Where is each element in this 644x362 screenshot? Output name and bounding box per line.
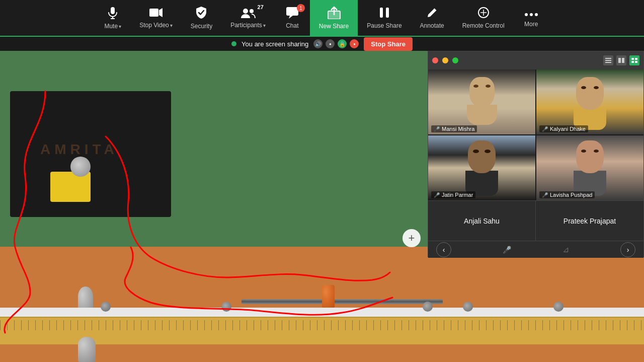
share-dot [231, 41, 236, 46]
annotate-icon [426, 7, 438, 20]
svg-rect-27 [631, 61, 634, 63]
name-jatin: 🎤 Jatin Parmar [431, 191, 475, 198]
mute-arrow: ▾ [119, 24, 121, 29]
name-kalyani: 🎤 Kalyani Dhake [539, 125, 588, 132]
screw-left [101, 302, 111, 312]
yellow-block [50, 172, 91, 202]
rec-dot: ● [350, 39, 359, 48]
screw-center-right [423, 302, 433, 312]
stop-share-button[interactable]: Stop Share [364, 37, 413, 51]
chevron-right-icon: › [627, 246, 629, 254]
view-grid-icon[interactable] [629, 55, 639, 65]
metal-rod [242, 299, 443, 304]
window-maximize-button[interactable] [452, 57, 458, 63]
ruler-markings [0, 320, 644, 330]
svg-rect-25 [631, 58, 634, 60]
svg-rect-3 [149, 9, 158, 17]
new-share-button[interactable]: New Share [310, 0, 358, 36]
speaker-status: 🎤 [503, 245, 511, 254]
participants-label: Participants [230, 22, 262, 29]
pause-share-button[interactable]: Pause Share [358, 0, 411, 36]
svg-rect-23 [618, 58, 621, 63]
metal-cylinder [70, 157, 91, 177]
stop-video-button[interactable]: Stop Video ▾ [130, 0, 182, 36]
annotate-label: Annotate [420, 22, 444, 29]
lab-apparatus [0, 81, 201, 242]
screw-center-left [221, 302, 231, 312]
participants-button[interactable]: Participants ▾ 27 [221, 0, 275, 36]
prateek-name: Prateek Prajapat [564, 217, 616, 225]
anjali-name: Anjali Sahu [464, 217, 500, 225]
next-page-button[interactable]: › [620, 242, 635, 257]
remote-control-label: Remote Control [462, 22, 505, 29]
participants-icon [240, 7, 256, 20]
stop-video-label: Stop Video [139, 22, 169, 29]
bottom-cylinder [78, 337, 96, 362]
mute-button[interactable]: Mute ▾ [95, 0, 130, 36]
pause-share-label: Pause Share [367, 22, 401, 29]
name-cell-anjali: Anjali Sahu [428, 201, 536, 241]
svg-rect-21 [605, 60, 611, 61]
window-minimize-button[interactable] [442, 57, 448, 63]
video-grid: 🎤 Mansi Mishra 🎤 Kalyani Dhake [428, 69, 643, 200]
view-list-icon[interactable] [603, 55, 613, 65]
video-panel: 🎤 Mansi Mishra 🎤 Kalyani Dhake [428, 51, 644, 257]
screw-far-right [553, 302, 564, 312]
security-label: Security [191, 23, 212, 30]
mute-label: Mute [104, 23, 118, 30]
chat-badge: 1 [297, 4, 305, 12]
view-options [603, 55, 639, 65]
screw-right [463, 302, 473, 312]
audio-icon[interactable]: 🔊 [313, 39, 323, 48]
mic-muted-icon-jatin: 🎤 [434, 192, 440, 198]
table-ruler [0, 317, 644, 344]
video-cell-lavisha: 🎤 Lavisha Pushpad [536, 135, 643, 200]
annotate-button[interactable]: Annotate [411, 0, 453, 36]
new-share-label: New Share [319, 23, 349, 30]
svg-rect-28 [635, 61, 637, 63]
svg-marker-8 [289, 16, 293, 19]
more-icon [524, 9, 539, 19]
mic-muted-icon-lavisha: 🎤 [542, 192, 548, 198]
lock-icon[interactable]: 🔒 [338, 39, 347, 48]
security-button[interactable]: Security [182, 0, 221, 36]
more-label: More [524, 21, 538, 28]
mic-muted-icon-mansi: 🎤 [434, 126, 440, 132]
participants-count: 27 [258, 4, 264, 10]
svg-point-6 [250, 9, 254, 13]
window-close-button[interactable] [432, 57, 438, 63]
svg-marker-4 [159, 8, 163, 17]
table-surface [0, 308, 644, 317]
name-cell-prateek: Prateek Prajapat [536, 201, 643, 241]
more-button[interactable]: More [514, 0, 549, 36]
pause-share-icon [379, 7, 390, 20]
chat-button[interactable]: Chat 1 [275, 0, 310, 36]
svg-rect-12 [386, 8, 389, 18]
prev-page-button[interactable]: ‹ [436, 242, 451, 257]
view-split-icon[interactable] [616, 55, 626, 65]
new-share-icon [327, 6, 341, 21]
svg-rect-24 [622, 58, 624, 63]
remote-control-button[interactable]: Remote Control [453, 0, 514, 36]
chevron-left-icon: ‹ [443, 246, 445, 254]
bottom-names: Anjali Sahu Prateek Prajapat [428, 200, 643, 241]
mute-icon [106, 6, 119, 21]
svg-rect-0 [111, 7, 115, 14]
dot-icon: ● [326, 39, 335, 48]
speaker-icon: 🎤 [503, 246, 511, 254]
plus-icon: + [409, 232, 415, 245]
mic-muted-icon-kalyani: 🎤 [542, 126, 548, 132]
svg-point-17 [525, 13, 528, 16]
security-icon [195, 6, 207, 21]
participants-arrow: ▾ [263, 23, 266, 28]
video-cell-jatin: 🎤 Jatin Parmar [428, 135, 535, 200]
svg-point-19 [535, 13, 538, 16]
plus-button[interactable]: + [403, 229, 421, 247]
svg-rect-26 [635, 58, 637, 60]
svg-point-5 [243, 9, 248, 14]
svg-rect-22 [605, 62, 611, 63]
video-cell-mansi: 🎤 Mansi Mishra [428, 69, 535, 134]
resize-handle[interactable]: ⊿ [562, 245, 569, 254]
chat-label: Chat [286, 22, 298, 29]
svg-rect-11 [380, 8, 383, 18]
